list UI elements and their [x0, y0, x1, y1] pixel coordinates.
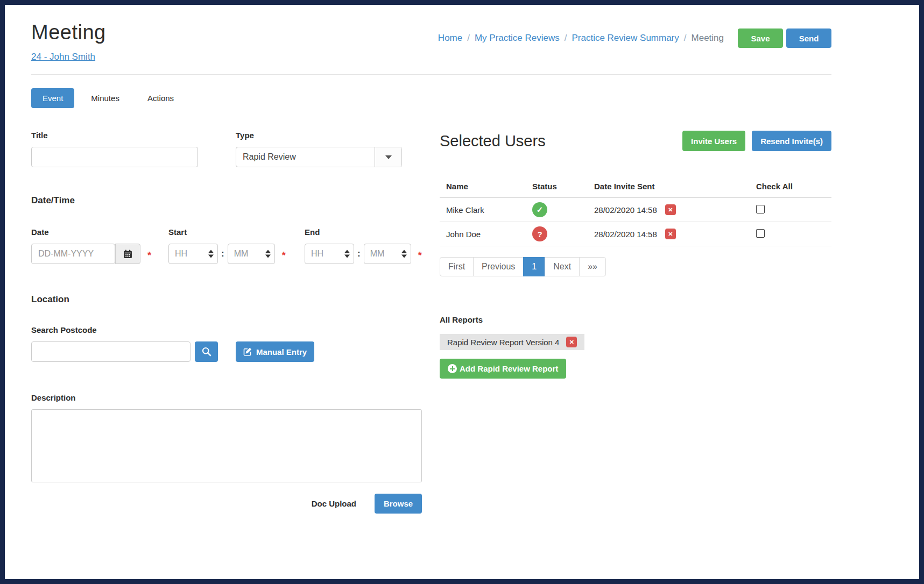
search-postcode-label: Search Postcode [31, 325, 422, 334]
user-checkbox[interactable] [756, 205, 765, 213]
required-marker: * [418, 250, 422, 261]
spinner-down-icon[interactable] [208, 255, 214, 258]
breadcrumb-separator: / [565, 33, 567, 43]
postcode-search-button[interactable] [195, 341, 218, 362]
header-divider [31, 74, 831, 75]
spinner-arrows-icon[interactable] [265, 250, 271, 258]
spinner-down-icon[interactable] [401, 255, 407, 258]
search-icon [202, 347, 211, 357]
edit-icon [243, 347, 252, 356]
pagination-page-1[interactable]: 1 [523, 257, 545, 276]
date-label: Date [31, 227, 168, 237]
type-select[interactable]: Rapid Review [236, 147, 402, 167]
start-label: Start [168, 227, 305, 237]
breadcrumb-separator: / [684, 33, 687, 43]
pagination-next[interactable]: Next [545, 257, 580, 276]
breadcrumb-home[interactable]: Home [438, 33, 462, 43]
title-block: Meeting 24 - John Smith [31, 21, 106, 62]
record-link[interactable]: 24 - John Smith [31, 52, 95, 62]
status-accepted-icon: ✓ [532, 202, 547, 217]
pagination-last[interactable]: »» [579, 257, 606, 276]
end-time-group: End : * [305, 227, 422, 264]
required-marker: * [282, 250, 286, 261]
description-textarea[interactable] [31, 409, 422, 482]
breadcrumb-separator: / [467, 33, 470, 43]
user-name: Mike Clark [440, 198, 526, 222]
start-time-group: Start : * [168, 227, 305, 264]
selected-users-heading: Selected Users [440, 132, 546, 150]
report-chip: Rapid Review Report Version 4 ✕ [440, 334, 584, 350]
user-name: John Doe [440, 222, 526, 246]
breadcrumb-current: Meeting [692, 33, 724, 43]
send-button[interactable]: Send [786, 29, 831, 48]
invite-users-button[interactable]: Invite Users [682, 131, 745, 151]
remove-invite-icon[interactable]: ✕ [665, 204, 676, 215]
tab-bar: Event Minutes Actions [31, 88, 831, 108]
date-input[interactable] [31, 244, 115, 264]
end-minute-stepper[interactable] [364, 244, 411, 264]
doc-upload-label: Doc Upload [312, 499, 356, 508]
column-header-check-all: Check All [750, 177, 831, 198]
end-label: End [305, 227, 422, 237]
browse-button[interactable]: Browse [375, 494, 422, 514]
tab-minutes[interactable]: Minutes [80, 88, 131, 108]
date-invite-sent: 28/02/2020 14:58 [594, 205, 657, 215]
all-reports-heading: All Reports [440, 315, 831, 324]
remove-report-icon[interactable]: ✕ [566, 337, 577, 347]
description-label: Description [31, 393, 422, 402]
status-unknown-icon: ? [532, 226, 547, 241]
date-invite-sent: 28/02/2020 14:58 [594, 230, 657, 239]
time-separator: : [357, 248, 361, 259]
page-header: Meeting 24 - John Smith Home/My Practice… [31, 21, 831, 62]
manual-entry-label: Manual Entry [256, 347, 307, 357]
column-header-name: Name [440, 177, 526, 198]
header-right: Home/My Practice Reviews/Practice Review… [438, 29, 831, 48]
spinner-up-icon[interactable] [265, 250, 271, 253]
add-report-label: Add Rapid Review Report [460, 364, 558, 373]
spinner-up-icon[interactable] [208, 250, 214, 253]
tab-event[interactable]: Event [31, 88, 74, 108]
type-select-toggle[interactable] [375, 147, 401, 167]
spinner-up-icon[interactable] [401, 250, 407, 253]
page-title: Meeting [31, 21, 106, 44]
date-field-group: Date [31, 227, 168, 264]
pagination-first[interactable]: First [440, 257, 474, 276]
pagination-previous[interactable]: Previous [473, 257, 524, 276]
calendar-button[interactable] [115, 244, 140, 264]
breadcrumb: Home/My Practice Reviews/Practice Review… [438, 33, 724, 44]
spinner-arrows-icon[interactable] [208, 250, 214, 258]
breadcrumb-my-practice-reviews[interactable]: My Practice Reviews [475, 33, 560, 43]
postcode-input[interactable] [31, 341, 191, 362]
report-chip-label: Rapid Review Report Version 4 [447, 338, 559, 347]
spinner-down-icon[interactable] [265, 255, 271, 258]
save-button[interactable]: Save [738, 29, 783, 48]
table-row: Mike Clark ✓ 28/02/2020 14:58 ✕ [440, 198, 831, 222]
type-selected-value: Rapid Review [236, 147, 375, 167]
tab-actions[interactable]: Actions [136, 88, 185, 108]
title-label: Title [31, 131, 236, 140]
start-hour-stepper[interactable] [168, 244, 218, 264]
spinner-up-icon[interactable] [344, 250, 350, 253]
selected-users-panel: Selected Users Invite Users Resend Invit… [440, 131, 831, 514]
spinner-arrows-icon[interactable] [401, 250, 407, 258]
time-separator: : [221, 248, 224, 259]
selected-users-table: Name Status Date Invite Sent Check All M… [440, 177, 831, 246]
manual-entry-button[interactable]: Manual Entry [236, 341, 314, 362]
page: Meeting 24 - John Smith Home/My Practice… [5, 5, 919, 579]
column-header-status: Status [526, 177, 588, 198]
resend-invites-button[interactable]: Resend Invite(s) [752, 131, 831, 151]
breadcrumb-practice-review-summary[interactable]: Practice Review Summary [572, 33, 679, 43]
datetime-heading: Date/Time [31, 195, 422, 206]
table-row: John Doe ? 28/02/2020 14:58 ✕ [440, 222, 831, 246]
spinner-arrows-icon[interactable] [344, 250, 350, 258]
title-input[interactable] [31, 147, 198, 167]
user-checkbox[interactable] [756, 229, 765, 238]
type-label: Type [236, 131, 422, 140]
required-marker: * [147, 250, 151, 261]
title-field-group: Title [31, 131, 236, 167]
remove-invite-icon[interactable]: ✕ [665, 229, 676, 239]
end-hour-stepper[interactable] [305, 244, 354, 264]
spinner-down-icon[interactable] [344, 255, 350, 258]
start-minute-stepper[interactable] [228, 244, 275, 264]
add-rapid-review-report-button[interactable]: Add Rapid Review Report [440, 359, 566, 379]
